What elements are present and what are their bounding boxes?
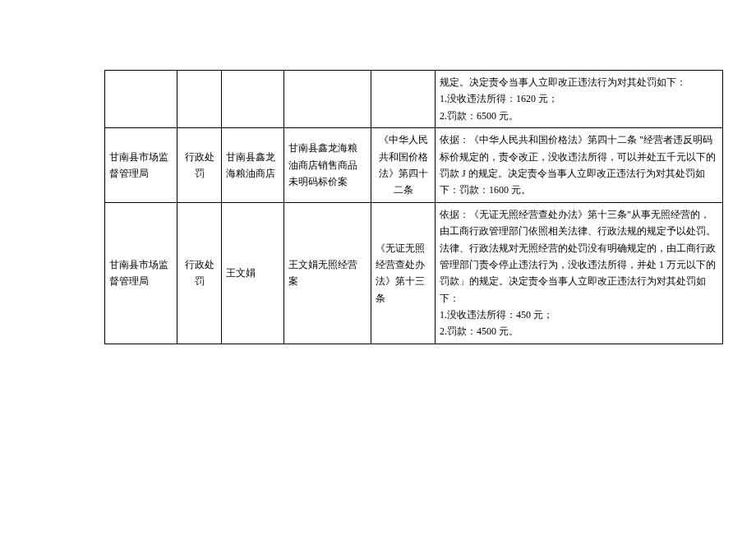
cell-case bbox=[284, 71, 371, 128]
cell-type: 行政处罚 bbox=[177, 128, 222, 203]
cell-party: 甘南县鑫龙海粮油商店 bbox=[222, 128, 284, 203]
penalty-table-container: 规定。决定责令当事人立即改正违法行为对其处罚如下：1.没收违法所得：1620 元… bbox=[104, 70, 722, 344]
cell-agency bbox=[105, 71, 177, 128]
table-row: 甘南县市场监督管理局 行政处罚 王文娟 王文娟无照经营案 《无证无照经营查处办法… bbox=[105, 202, 723, 344]
cell-type bbox=[177, 71, 222, 128]
cell-case: 甘南县鑫龙海粮油商店销售商品未明码标价案 bbox=[284, 128, 371, 203]
cell-type: 行政处罚 bbox=[177, 202, 222, 344]
cell-law bbox=[371, 71, 436, 128]
cell-party bbox=[222, 71, 284, 128]
cell-party: 王文娟 bbox=[222, 202, 284, 344]
penalty-table: 规定。决定责令当事人立即改正违法行为对其处罚如下：1.没收违法所得：1620 元… bbox=[104, 70, 723, 344]
cell-case: 王文娟无照经营案 bbox=[284, 202, 371, 344]
cell-agency: 甘南县市场监督管理局 bbox=[105, 128, 177, 203]
cell-detail: 规定。决定责令当事人立即改正违法行为对其处罚如下：1.没收违法所得：1620 元… bbox=[436, 71, 723, 128]
table-row: 规定。决定责令当事人立即改正违法行为对其处罚如下：1.没收违法所得：1620 元… bbox=[105, 71, 723, 128]
cell-law: 《无证无照经营查处办法》第十三条 bbox=[371, 202, 436, 344]
cell-detail: 依据：《中华人民共和国价格法》第四十二条 "经营者违反明码标价规定的，责令改正，… bbox=[436, 128, 723, 203]
table-row: 甘南县市场监督管理局 行政处罚 甘南县鑫龙海粮油商店 甘南县鑫龙海粮油商店销售商… bbox=[105, 128, 723, 203]
cell-agency: 甘南县市场监督管理局 bbox=[105, 202, 177, 344]
cell-law: 《中华人民共和国价格法》第四十二条 bbox=[371, 128, 436, 203]
cell-detail: 依据：《无证无照经营查处办法》第十三条"从事无照经营的，由工商行政管理部门依照相… bbox=[436, 202, 723, 344]
